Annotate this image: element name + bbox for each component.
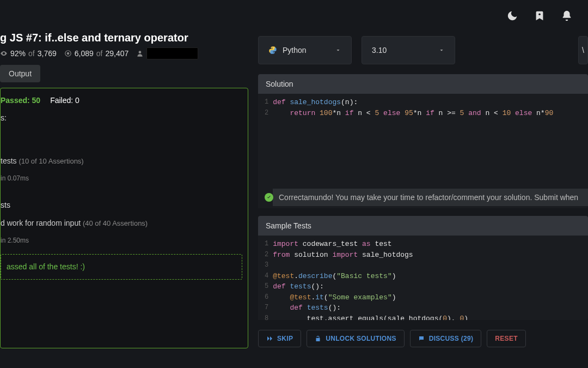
discuss-label: DISCUSS (29) bbox=[429, 335, 474, 342]
random-label: d work for random input bbox=[1, 219, 81, 227]
of-label: of bbox=[96, 49, 103, 58]
results-panel: Passed: 50 Failed: 0 s: tests (10 of 10 … bbox=[0, 88, 248, 348]
banner-text: Correctamundo! You may take your time to… bbox=[279, 193, 578, 202]
tests-editor[interactable]: 12345678 import codewars_test as testfro… bbox=[258, 236, 588, 320]
basic-timing: in 0.07ms bbox=[1, 173, 242, 183]
random-timing: in 2.50ms bbox=[1, 236, 242, 245]
all-passed-banner: assed all of the tests! :) bbox=[1, 254, 242, 280]
kata-title: g JS #7: if..else and ternary operator bbox=[0, 32, 248, 47]
completions: 6,089 bbox=[75, 49, 94, 58]
unlock-button[interactable]: UNLOCK SOLUTIONS bbox=[307, 330, 404, 347]
comment-icon bbox=[418, 335, 425, 342]
tests-header: Sample Tests bbox=[258, 216, 588, 236]
output-tabs: Output bbox=[0, 65, 248, 82]
svg-point-2 bbox=[66, 52, 69, 55]
selector-row: Python 3.10 \ bbox=[258, 36, 588, 64]
language-dropdown[interactable]: Python bbox=[258, 36, 352, 64]
random-section: sts bbox=[1, 200, 242, 211]
right-pane: Python 3.10 \ Solution 12 def sale_hotdo… bbox=[258, 36, 588, 347]
results-header: Passed: 50 Failed: 0 bbox=[1, 96, 242, 112]
failed-count: Failed: 0 bbox=[50, 96, 79, 105]
basic-tests-row: tests (10 of 10 Assertions) bbox=[1, 155, 242, 167]
right-edge-button[interactable]: \ bbox=[578, 36, 588, 64]
tests-code[interactable]: import codewars_test as testfrom solutio… bbox=[273, 236, 588, 320]
author-box[interactable] bbox=[146, 47, 198, 59]
svg-point-0 bbox=[538, 13, 541, 15]
output-tab[interactable]: Output bbox=[0, 65, 40, 82]
basic-assertions: (10 of 10 Assertions) bbox=[19, 157, 83, 165]
solution-header: Solution bbox=[258, 74, 588, 94]
left-pane: g JS #7: if..else and ternary operator 9… bbox=[0, 32, 248, 368]
of-label: of bbox=[28, 49, 35, 58]
bell-icon[interactable] bbox=[561, 10, 573, 23]
solution-code[interactable]: def sale_hotdogs(n): return 100*n if n <… bbox=[273, 94, 588, 208]
version-label: 3.10 bbox=[372, 46, 387, 55]
completions-total: 29,407 bbox=[106, 49, 129, 58]
python-icon bbox=[268, 46, 277, 55]
tests-panel: Sample Tests 12345678 import codewars_te… bbox=[258, 216, 588, 320]
lock-icon bbox=[315, 335, 321, 342]
chevron-down-icon bbox=[335, 47, 341, 53]
moon-icon[interactable] bbox=[506, 10, 518, 23]
skip-button[interactable]: SKIP bbox=[258, 330, 301, 347]
satisfaction-total: 3,769 bbox=[38, 49, 57, 58]
results-body: s: tests (10 of 10 Assertions) in 0.07ms… bbox=[1, 112, 242, 280]
kata-stats: 92% of 3,769 6,089 of 29,407 bbox=[0, 47, 248, 65]
solution-panel: Solution 12 def sale_hotdogs(n): return … bbox=[258, 74, 588, 189]
random-assertions: (40 of 40 Assertions) bbox=[83, 219, 148, 227]
topbar bbox=[506, 0, 588, 33]
language-label: Python bbox=[283, 46, 307, 55]
reset-button[interactable]: RESET bbox=[487, 330, 526, 347]
skip-label: SKIP bbox=[277, 335, 293, 342]
solution-gutter: 12 bbox=[258, 94, 273, 208]
check-icon bbox=[265, 193, 273, 202]
passed-count: Passed: 50 bbox=[1, 96, 40, 105]
satisfaction-stat: 92% of 3,769 bbox=[0, 49, 57, 58]
satisfaction-pct: 92% bbox=[10, 49, 26, 58]
svg-point-3 bbox=[139, 51, 142, 53]
version-dropdown[interactable]: 3.10 bbox=[362, 36, 455, 64]
basic-tests-label: tests bbox=[1, 156, 17, 165]
reset-label: RESET bbox=[495, 335, 518, 342]
solution-editor[interactable]: 12 def sale_hotdogs(n): return 100*n if … bbox=[258, 94, 588, 208]
right-edge-label: \ bbox=[582, 46, 584, 55]
tests-gutter: 12345678 bbox=[258, 236, 273, 320]
results-section: s: bbox=[1, 112, 242, 124]
action-row: SKIP UNLOCK SOLUTIONS DISCUSS (29) RESET bbox=[258, 330, 588, 347]
chevron-down-icon bbox=[438, 47, 445, 53]
completion-stat: 6,089 of 29,407 bbox=[64, 49, 129, 58]
skip-icon bbox=[266, 335, 273, 342]
discuss-button[interactable]: DISCUSS (29) bbox=[410, 330, 482, 347]
target-icon bbox=[64, 50, 72, 57]
author-stat bbox=[136, 47, 198, 59]
random-tests-row: d work for random input (40 of 40 Assert… bbox=[1, 218, 242, 229]
user-icon bbox=[136, 50, 144, 57]
bookmark-icon[interactable] bbox=[534, 10, 546, 23]
eye-icon bbox=[0, 50, 8, 57]
unlock-label: UNLOCK SOLUTIONS bbox=[326, 335, 396, 342]
